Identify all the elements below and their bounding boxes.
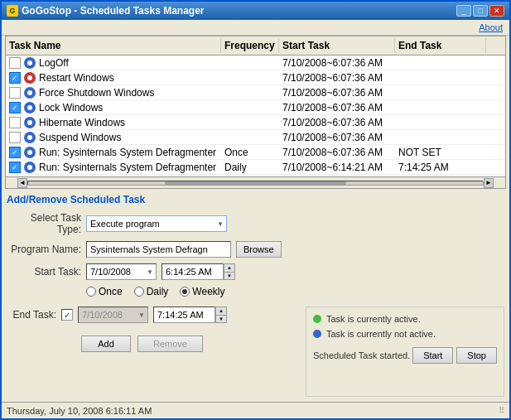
table-row[interactable]: Restart Windows7/10/2008~6:07:36 AM	[6, 70, 505, 85]
cell-task-name: Run: Sysinternals System Defragmenter	[6, 146, 221, 159]
row-task-name: Lock Windows	[39, 102, 103, 113]
window-title: GoGoStop - Scheduled Tasks Manager	[22, 5, 204, 17]
cell-frequency	[221, 92, 279, 94]
active-status-item: Task is currently active.	[313, 314, 497, 324]
row-icon	[24, 132, 36, 143]
about-link[interactable]: About	[479, 22, 503, 32]
table-row[interactable]: Hibernate Windows7/10/2008~6:07:36 AM	[6, 115, 505, 130]
scroll-right-btn[interactable]: ►	[484, 178, 494, 188]
row-task-name: Hibernate Windows	[39, 117, 125, 128]
main-window: G GoGoStop - Scheduled Tasks Manager _ □…	[0, 0, 511, 420]
program-name-row: Program Name: Browse	[7, 241, 504, 258]
col-frequency: Frequency	[221, 38, 279, 53]
program-name-input[interactable]	[86, 241, 231, 258]
task-table: Task Name Frequency Start Task End Task …	[5, 36, 506, 189]
row-icon	[24, 162, 36, 173]
row-icon	[24, 57, 36, 69]
radio-once[interactable]: Once	[86, 286, 123, 297]
cell-task-name: Force Shutdown Windows	[6, 86, 221, 99]
radio-daily-label: Daily	[147, 286, 169, 297]
maximize-button[interactable]: □	[473, 5, 488, 17]
row-checkbox[interactable]	[9, 102, 21, 113]
datetime-label: Thursday, July 10, 2008 6:16:11 AM	[7, 406, 152, 416]
table-row[interactable]: Suspend Windows7/10/2008~6:07:36 AM	[6, 130, 505, 145]
start-time-wrapper: ▲ ▼	[161, 263, 235, 280]
row-checkbox[interactable]	[9, 132, 21, 143]
horizontal-scrollbar[interactable]: ◄ ►	[6, 176, 505, 188]
cell-task-name: Run: Sysinternals System Defragmenter	[6, 161, 221, 174]
row-task-name: Restart Windows	[39, 72, 114, 84]
table-row[interactable]: Force Shutdown Windows7/10/2008~6:07:36 …	[6, 85, 505, 100]
row-checkbox[interactable]	[9, 117, 21, 128]
scrollbar-thumb[interactable]	[165, 181, 347, 185]
radio-weekly[interactable]: Weekly	[180, 286, 224, 297]
radio-once-label: Once	[99, 286, 123, 297]
started-label: Scheduled Task started.	[313, 350, 410, 360]
resize-grip: ⠿	[499, 406, 504, 415]
end-time-down[interactable]: ▼	[216, 316, 226, 323]
row-checkbox[interactable]	[9, 147, 21, 158]
cell-end-task	[395, 62, 486, 64]
row-checkbox[interactable]	[9, 162, 21, 173]
start-time-spinners: ▲ ▼	[224, 263, 235, 280]
cell-end-task	[395, 122, 486, 123]
table-row[interactable]: Lock Windows7/10/2008~6:07:36 AM	[6, 100, 505, 115]
table-row[interactable]: Run: Sysinternals System DefragmenterOnc…	[6, 145, 505, 160]
window-controls: _ □ ✕	[456, 5, 504, 17]
radio-daily-circle[interactable]	[134, 287, 144, 297]
end-time-up[interactable]: ▲	[216, 307, 226, 316]
row-checkbox[interactable]	[9, 87, 21, 99]
left-actions: End Task: ▲ ▼ Add	[7, 307, 299, 397]
end-task-checkbox[interactable]	[61, 309, 73, 321]
cell-start-task: 7/10/2008~6:07:36 AM	[279, 116, 395, 129]
cell-task-name: Suspend Windows	[6, 131, 221, 144]
stop-button[interactable]: Stop	[456, 347, 497, 364]
task-type-select[interactable]: Execute program LogOff Restart Windows F…	[86, 215, 227, 232]
title-bar-left: G GoGoStop - Scheduled Tasks Manager	[7, 5, 204, 17]
scroll-left-btn[interactable]: ◄	[17, 178, 27, 188]
table-body: LogOff7/10/2008~6:07:36 AMRestart Window…	[6, 56, 505, 176]
action-buttons: Add Remove	[81, 336, 299, 352]
row-checkbox[interactable]	[9, 72, 21, 84]
end-time-input[interactable]	[153, 307, 215, 323]
start-time-down[interactable]: ▼	[224, 273, 234, 280]
start-button[interactable]: Start	[412, 347, 453, 364]
start-time-up[interactable]: ▲	[224, 264, 234, 273]
add-button[interactable]: Add	[81, 336, 131, 352]
row-task-name: Run: Sysinternals System Defragmenter	[39, 147, 216, 158]
row-icon	[24, 147, 36, 158]
end-time-wrapper: ▲ ▼	[153, 307, 227, 323]
cell-end-task	[395, 77, 486, 79]
row-task-name: Suspend Windows	[39, 132, 121, 143]
task-type-wrapper: Execute program LogOff Restart Windows F…	[86, 215, 227, 232]
cell-frequency	[221, 107, 279, 109]
cell-task-name: Restart Windows	[6, 71, 221, 84]
end-date-input[interactable]	[78, 307, 148, 323]
end-time-spinners: ▲ ▼	[215, 307, 227, 323]
remove-button[interactable]: Remove	[137, 336, 203, 352]
cell-start-task: 7/10/2008~6:07:36 AM	[279, 146, 395, 159]
radio-daily[interactable]: Daily	[134, 286, 169, 297]
minimize-button[interactable]: _	[456, 5, 471, 17]
row-checkbox[interactable]	[9, 57, 21, 69]
start-task-row: Start Task: ▲ ▼	[7, 263, 504, 280]
browse-button[interactable]: Browse	[236, 241, 282, 258]
cell-frequency	[221, 137, 279, 138]
radio-weekly-circle[interactable]	[180, 287, 190, 297]
table-row[interactable]: Run: Sysinternals System DefragmenterDai…	[6, 160, 505, 175]
inactive-status-dot	[313, 330, 321, 338]
close-button[interactable]: ✕	[489, 5, 504, 17]
cell-start-task: 7/10/2008~6:07:36 AM	[279, 71, 395, 84]
cell-start-task: 7/10/2008~6:07:36 AM	[279, 101, 395, 114]
start-stop-buttons: Start Stop	[412, 347, 497, 364]
scrollbar-track[interactable]	[27, 181, 484, 186]
row-icon	[24, 72, 36, 84]
start-time-input[interactable]	[161, 263, 224, 280]
table-row[interactable]: LogOff7/10/2008~6:07:36 AM	[6, 56, 505, 70]
start-date-input[interactable]	[86, 263, 157, 280]
row-task-name: LogOff	[39, 57, 69, 69]
radio-once-circle[interactable]	[86, 287, 96, 297]
app-icon: G	[7, 5, 18, 17]
cell-end-task	[395, 107, 486, 109]
table-header: Task Name Frequency Start Task End Task	[6, 36, 505, 56]
